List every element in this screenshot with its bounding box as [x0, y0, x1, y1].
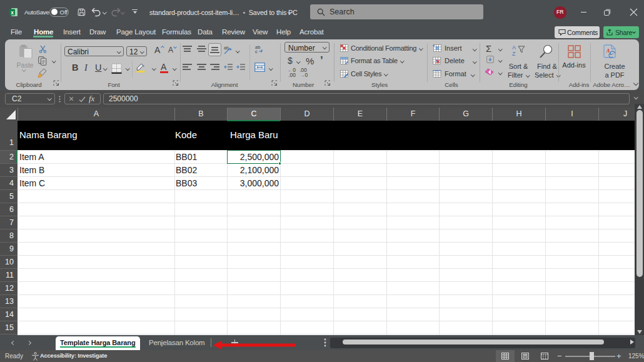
svg-text:ab: ab — [224, 46, 229, 50]
svg-text:c: c — [255, 49, 258, 54]
svg-text:Z: Z — [512, 51, 516, 57]
svg-text:x: x — [11, 9, 14, 16]
svg-text:A: A — [512, 44, 516, 51]
svg-text:A: A — [606, 48, 610, 54]
